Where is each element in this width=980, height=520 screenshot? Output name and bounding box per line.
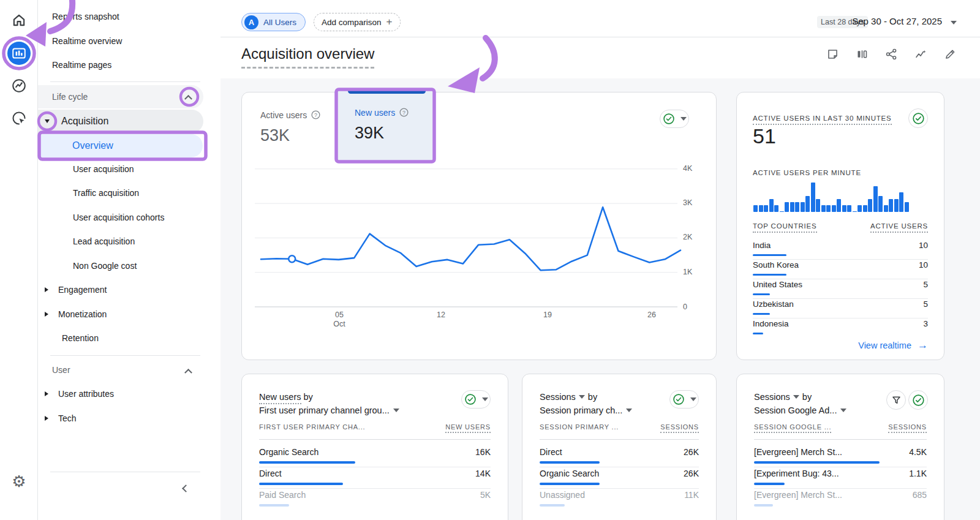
sessions-by-google-ads-card: Sessions by Session Google Ad... SESSION…	[736, 374, 944, 520]
expand-caret-icon[interactable]	[45, 312, 48, 317]
home-icon[interactable]	[7, 9, 31, 32]
add-comparison-button[interactable]: Add comparison +	[314, 13, 401, 31]
country-bar	[753, 254, 786, 256]
life-cycle-label: Life cycle	[52, 92, 88, 102]
metric-column-header[interactable]: SESSIONS	[888, 423, 927, 433]
nav-retention[interactable]: Retention	[62, 330, 99, 346]
per-minute-bar	[853, 211, 857, 212]
metric-column-header[interactable]: SESSIONS	[660, 423, 699, 433]
chevron-down-icon	[393, 409, 399, 412]
settings-gear-icon[interactable]: ⚙	[7, 470, 31, 493]
dim-column-header[interactable]: FIRST USER PRIMARY CHA...	[259, 423, 365, 431]
nav-user-acquisition[interactable]: User acquisition	[73, 161, 134, 177]
dim-column-header[interactable]: SESSION GOOGLE ...	[754, 423, 831, 433]
per-minute-bar	[884, 205, 888, 212]
data-quality-badge[interactable]	[908, 390, 928, 410]
overview-label: Overview	[72, 140, 113, 151]
data-quality-badge[interactable]	[461, 390, 491, 409]
nav-lead-acquisition[interactable]: Lead acquisition	[73, 233, 135, 249]
explore-icon[interactable]	[7, 74, 31, 97]
per-minute-bar	[894, 199, 899, 212]
country-bar	[753, 333, 763, 334]
user-attributes-label: User attributes	[58, 389, 114, 399]
view-realtime-link[interactable]: View realtime →	[858, 339, 928, 352]
all-users-comparison-chip[interactable]: A All Users	[241, 13, 306, 31]
insights-icon[interactable]	[914, 48, 927, 61]
nav-realtime-overview[interactable]: Realtime overview	[52, 33, 122, 49]
card-metric[interactable]: Sessions	[754, 390, 790, 404]
tech-label: Tech	[58, 413, 77, 423]
country-value: 10	[919, 241, 928, 250]
nav-monetization[interactable]: Monetization	[45, 306, 107, 322]
nav-overview-active[interactable]: Overview	[38, 134, 203, 157]
data-quality-badge[interactable]	[908, 108, 928, 128]
add-comparison-label: Add comparison	[322, 18, 382, 27]
collapse-nav-icon[interactable]	[182, 484, 190, 492]
collapse-chevron-icon[interactable]	[184, 369, 192, 377]
card-metric[interactable]: New users	[259, 392, 301, 404]
per-minute-bar	[769, 199, 774, 212]
share-icon[interactable]	[885, 48, 898, 61]
y-tick: 4K	[683, 164, 701, 173]
per-minute-bar	[816, 199, 820, 212]
dimension-picker[interactable]: Session Google Ad...	[754, 404, 846, 417]
y-tick: 3K	[683, 198, 701, 207]
dimension-label: Session primary ch...	[540, 404, 622, 417]
country-name: Uzbekistan	[753, 300, 794, 309]
expand-caret-icon[interactable]	[45, 119, 50, 123]
comparison-panel-icon[interactable]	[856, 48, 869, 61]
collapse-chevron-icon[interactable]	[184, 95, 192, 103]
icon-rail: ⚙	[0, 0, 38, 520]
view-realtime-label: View realtime	[858, 341, 911, 350]
edit-icon[interactable]	[944, 48, 957, 61]
y-tick: 0	[683, 303, 701, 311]
date-range-picker[interactable]: Sep 30 - Oct 27, 2025	[852, 16, 942, 26]
card-metric[interactable]: Sessions	[540, 390, 576, 404]
per-minute-bar	[759, 205, 763, 212]
per-minute-bar	[764, 205, 768, 212]
nav-engagement[interactable]: Engagement	[45, 282, 107, 298]
expand-caret-icon[interactable]	[45, 416, 48, 421]
audience-badge: A	[244, 15, 258, 29]
nav-user-acquisition-cohorts[interactable]: User acquisition cohorts	[73, 209, 164, 225]
country-bar	[753, 293, 770, 295]
check-circle-icon	[912, 394, 925, 407]
dimension-label: Session Google Ad...	[754, 404, 837, 417]
active-users-header: ACTIVE USERS	[870, 222, 928, 233]
nav-section-life-cycle[interactable]: Life cycle	[38, 85, 203, 108]
metric-column-header[interactable]: NEW USERS	[445, 423, 491, 433]
x-tick: 19	[535, 311, 560, 320]
per-minute-bar	[801, 202, 805, 212]
users-overview-card: Active users 53K New users 39K	[241, 92, 717, 360]
nav-divider	[50, 472, 200, 472]
advertising-icon[interactable]	[7, 107, 31, 130]
reports-nav: Reports snapshot Realtime overview Realt…	[38, 0, 221, 520]
nav-tech[interactable]: Tech	[45, 410, 77, 426]
dim-column-header[interactable]: SESSION PRIMARY ...	[540, 423, 619, 431]
reports-icon[interactable]	[7, 42, 31, 65]
nav-acquisition[interactable]: Acquisition	[38, 110, 203, 133]
nav-reports-snapshot[interactable]: Reports snapshot	[52, 9, 119, 24]
nav-user-attributes[interactable]: User attributes	[45, 386, 114, 402]
expand-caret-icon[interactable]	[45, 287, 48, 292]
country-value: 10	[919, 260, 928, 269]
dimension-picker[interactable]: First user primary channel grou...	[259, 404, 399, 417]
active-users-per-minute-chart	[753, 183, 925, 212]
filter-badge[interactable]	[886, 390, 906, 410]
per-minute-bar	[774, 205, 778, 212]
nav-realtime-pages[interactable]: Realtime pages	[52, 57, 111, 73]
nav-non-google-cost[interactable]: Non Google cost	[73, 258, 137, 274]
chevron-down-icon	[482, 398, 488, 401]
data-quality-badge[interactable]	[669, 390, 699, 409]
dimension-picker[interactable]: Session primary ch...	[540, 404, 632, 417]
notes-icon[interactable]	[826, 48, 839, 61]
nav-traffic-acquisition[interactable]: Traffic acquisition	[73, 185, 139, 201]
country-row: South Korea 10	[753, 260, 928, 261]
per-minute-bar	[873, 186, 878, 212]
chevron-down-icon[interactable]	[951, 21, 957, 24]
per-minute-bar	[805, 196, 810, 213]
nav-section-user[interactable]: User	[52, 362, 199, 378]
per-minute-bar	[753, 205, 758, 212]
chevron-down-icon	[626, 409, 632, 412]
expand-caret-icon[interactable]	[45, 391, 48, 396]
